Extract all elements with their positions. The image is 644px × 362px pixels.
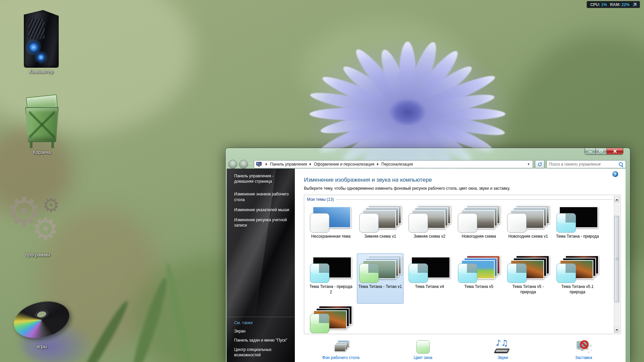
scrollbar-thumb[interactable] (614, 216, 619, 302)
theme-tile[interactable]: Тема Титана v5 (455, 253, 502, 304)
recent-pages-chevron-icon[interactable] (249, 164, 252, 165)
theme-label: Новогодняя схема (457, 234, 501, 239)
desktop-icon-computer[interactable]: Компьютер (9, 10, 73, 74)
maximize-button[interactable] (596, 148, 607, 155)
sidebar-item-mouse-pointers[interactable]: Изменение указателей мыши (234, 207, 291, 213)
address-dropdown-icon[interactable]: ▼ (526, 163, 531, 166)
sounds-icon: ♪♫ (494, 340, 512, 354)
open-monitor-icon[interactable] (633, 2, 638, 7)
theme-color-swatch (556, 213, 576, 233)
link-sounds[interactable]: ♪♫ Звуки (494, 340, 512, 360)
minimize-button[interactable] (585, 148, 596, 155)
theme-label: Новогодняя схема v1 (506, 234, 550, 239)
main-content: ? Изменение изображения и звука на компь… (295, 169, 626, 362)
cpu-value: 1% (601, 2, 607, 7)
theme-tile[interactable]: Тема Титана v5.1 природа (554, 253, 601, 304)
screensaver-icon (575, 340, 593, 354)
personalization-window: ← → Панель управления Оформление и персо… (226, 148, 630, 362)
search-input[interactable] (549, 162, 618, 167)
cd-disc-icon (13, 286, 70, 343)
theme-tile[interactable]: Тема Титана - природа 2 (308, 253, 354, 304)
desktop-icon-games[interactable]: игры (10, 286, 74, 349)
see-also-header: См. также (234, 320, 291, 325)
window-color-icon (414, 340, 432, 354)
computer-tower-icon (24, 10, 59, 68)
sidebar-item-ease-of-access[interactable]: Центр специальных возможностей (234, 347, 291, 358)
theme-label: Зимняя схема v2 (408, 234, 451, 239)
theme-color-swatch (310, 263, 329, 283)
breadcrumb-arrow-icon[interactable] (266, 163, 267, 166)
search-box (546, 160, 626, 168)
theme-label: Тема Титана v5 - природа (506, 284, 550, 295)
theme-tile-selected[interactable]: Тема Титана - Титан v1 (357, 253, 404, 304)
theme-label: Тема Титана - природа (555, 234, 599, 239)
theme-color-swatch (409, 213, 428, 233)
theme-tile-partial[interactable] (308, 304, 354, 334)
gears-icon: ⚙⚙⚙ (6, 190, 73, 251)
window-caption-buttons (585, 148, 623, 155)
ram-label: RAM: (610, 2, 621, 7)
theme-tile[interactable]: Зимняя схема v1 (357, 203, 404, 253)
desktop-icon-label: программы (6, 252, 70, 257)
theme-tile[interactable]: Тема Титана v5 - природа (505, 253, 551, 304)
link-window-color[interactable]: Цвет окна (414, 340, 432, 360)
theme-color-swatch (458, 213, 477, 233)
theme-color-swatch (359, 213, 379, 233)
theme-tile[interactable]: Тема Титана - природа (554, 203, 601, 253)
task-sidebar: Панель управления - домашняя страница Из… (227, 169, 295, 362)
my-themes-groupbox: Мои темы (13) Несохраненная тема Зимняя … (304, 195, 621, 334)
ram-value: 22% (622, 2, 630, 7)
themes-scrollbar[interactable] (614, 196, 620, 333)
desktop-icon-label: игры (10, 344, 74, 349)
theme-tile[interactable]: Зимняя схема v2 (406, 203, 453, 253)
themes-grid: Несохраненная тема Зимняя схема v1 Зимня… (308, 203, 611, 334)
theme-color-swatch (556, 263, 576, 283)
navigation-toolbar: ← → Панель управления Оформление и персо… (226, 159, 630, 169)
sidebar-item-display[interactable]: Экран (234, 328, 291, 334)
flower-center (387, 99, 428, 129)
sidebar-item-control-panel-home[interactable]: Панель управления - домашняя страница (234, 173, 291, 184)
breadcrumb-item-control-panel[interactable]: Панель управления (270, 162, 307, 167)
theme-label: Тема Титана v5.1 природа (555, 284, 599, 295)
theme-color-swatch (310, 213, 329, 233)
breadcrumb[interactable]: Панель управления Оформление и персонали… (254, 160, 533, 168)
sidebar-item-taskbar-start-menu[interactable]: Панель задач и меню "Пуск" (234, 338, 291, 343)
window-titlebar[interactable] (226, 148, 630, 159)
theme-tile[interactable]: Тема Титана v4 (406, 253, 453, 304)
page-title: Изменение изображения и звука на компьют… (304, 177, 432, 183)
scroll-down-icon[interactable] (614, 327, 619, 333)
breadcrumb-item-personalization[interactable]: Персонализация (381, 162, 413, 167)
cpu-label: CPU: (590, 2, 600, 7)
refresh-button[interactable] (535, 160, 544, 168)
see-also-section: См. также Экран Панель задач и меню "Пус… (227, 317, 295, 362)
scroll-up-icon[interactable] (614, 196, 619, 202)
link-screensaver[interactable]: Заставка (575, 340, 593, 360)
theme-tile[interactable]: Несохраненная тема (308, 203, 354, 253)
back-button[interactable]: ← (228, 160, 237, 169)
link-label: Фон рабочего стола (322, 355, 360, 360)
theme-tile[interactable]: Новогодняя схема (455, 203, 502, 253)
theme-color-swatch (310, 314, 329, 333)
theme-label: Тема Титана v4 (408, 284, 451, 290)
system-monitor-widget[interactable]: CPU:1% RAM:22% (587, 1, 640, 8)
desktop-icon-recycle-bin[interactable]: Корзина (10, 98, 74, 155)
page-subtitle: Выберите тему, чтобы одновременно измени… (304, 186, 510, 191)
theme-label: Тема Титана - природа 2 (309, 284, 353, 295)
link-desktop-background[interactable]: Фон рабочего стола (322, 340, 360, 360)
breadcrumb-arrow-icon[interactable] (310, 163, 311, 166)
groupbox-rule (336, 199, 612, 200)
theme-color-swatch (507, 213, 527, 233)
breadcrumb-arrow-icon[interactable] (377, 163, 379, 166)
desktop-icon-label: Корзина (10, 149, 74, 155)
desktop-background-icon (332, 340, 350, 354)
desktop-icon-programs[interactable]: ⚙⚙⚙ программы (6, 190, 70, 257)
theme-tile[interactable]: Новогодняя схема v1 (505, 203, 551, 253)
breadcrumb-item-appearance[interactable]: Оформление и персонализация (314, 162, 374, 167)
forward-button[interactable]: → (239, 160, 248, 169)
sidebar-item-desktop-icons[interactable]: Изменение значков рабочего стола (234, 191, 291, 202)
search-icon[interactable] (618, 162, 624, 167)
theme-color-swatch (409, 263, 428, 283)
help-icon[interactable]: ? (612, 171, 618, 177)
sidebar-item-account-picture[interactable]: Изменение рисунка учетной записи (234, 217, 291, 228)
close-button[interactable] (607, 148, 623, 155)
